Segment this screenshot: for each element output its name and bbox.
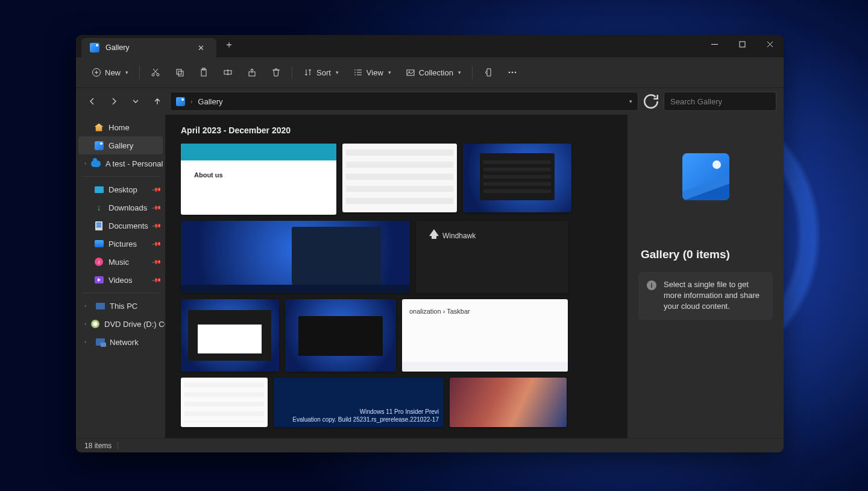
sort-icon [303,68,313,77]
date-range-header: April 2023 - December 2020 [181,125,612,135]
sidebar-item-dvd[interactable]: ›DVD Drive (D:) CCC [76,315,165,333]
divider [139,66,140,79]
delete-button[interactable] [265,62,287,83]
svg-rect-13 [201,69,206,76]
titlebar: Gallery ✕ ＋ [76,35,784,57]
gallery-thumbnail[interactable] [450,378,567,427]
new-label: New [105,68,121,77]
gallery-thumbnail[interactable] [181,221,410,293]
gallery-thumbnail[interactable] [342,144,457,212]
divider [118,442,118,449]
sidebar-item-gallery[interactable]: Gallery [78,136,163,154]
file-explorer-window: Gallery ✕ ＋ New ▾ Sort ▾ View [76,35,784,452]
new-button[interactable]: New ▾ [86,62,134,83]
sidebar-item-onedrive[interactable]: ›A test - Personal [76,154,165,173]
toolbar: New ▾ Sort ▾ View ▾ Collection ▾ [76,57,784,87]
close-tab-icon[interactable]: ✕ [194,42,208,54]
sort-label: Sort [316,68,331,77]
sidebar-label: This PC [110,302,137,311]
forward-button[interactable] [105,92,123,110]
new-tab-button[interactable]: ＋ [220,39,238,51]
refresh-button[interactable] [642,92,660,110]
copy-button[interactable] [169,62,190,83]
svg-rect-11 [177,69,181,74]
maximize-button[interactable] [728,35,756,53]
more-button[interactable] [502,62,523,83]
gallery-thumbnail[interactable] [181,144,336,215]
plus-circle-icon [92,68,101,77]
sidebar-item-this-pc[interactable]: ›This PC [76,297,165,315]
details-pane: Gallery (0 items) i Select a single file… [627,115,784,438]
rename-button[interactable] [217,62,239,83]
download-icon: ↓ [94,203,104,212]
gallery-thumbnail[interactable] [181,378,268,427]
desktop-icon [95,186,104,193]
paste-icon [199,68,209,77]
search-input[interactable] [670,97,772,106]
phone-link-button[interactable] [477,62,499,83]
sidebar-item-desktop[interactable]: Desktop📌 [76,180,165,198]
chevron-down-icon: ▾ [336,69,339,75]
details-title: Gallery (0 items) [627,238,784,268]
gallery-icon [95,141,104,150]
sidebar-item-pictures[interactable]: Pictures📌 [76,235,165,253]
rename-icon [223,68,233,77]
minimize-button[interactable] [700,35,728,53]
svg-rect-12 [178,71,183,76]
svg-point-8 [157,74,159,76]
search-box[interactable] [664,92,776,111]
gallery-thumbnail[interactable] [416,221,568,293]
sidebar-label: Videos [108,276,133,285]
address-bar[interactable]: › Gallery ▾ [170,92,638,111]
pin-icon: 📌 [152,203,162,212]
gallery-thumbnail[interactable] [402,299,568,372]
gallery-thumbnail[interactable] [285,299,396,372]
window-controls [700,35,784,53]
divider [82,293,159,293]
sort-button[interactable]: Sort ▾ [297,62,345,83]
close-button[interactable] [756,35,784,53]
chevron-right-icon: › [84,160,86,166]
chevron-down-icon[interactable]: ▾ [629,98,632,104]
body: Home Gallery ›A test - Personal Desktop📌… [76,115,784,438]
tab-gallery[interactable]: Gallery ✕ [81,38,216,57]
paste-button[interactable] [193,62,215,83]
cut-button[interactable] [145,62,166,83]
view-button[interactable]: View ▾ [347,62,397,83]
address-location: Gallery [198,97,222,106]
sidebar: Home Gallery ›A test - Personal Desktop📌… [76,115,165,438]
chevron-down-icon: ▾ [388,69,391,75]
view-icon [353,68,363,77]
music-icon: ♪ [95,258,103,266]
sidebar-item-documents[interactable]: Documents📌 [76,217,165,235]
chevron-right-icon: › [84,303,90,309]
svg-point-26 [509,72,511,74]
phone-icon [483,68,493,77]
pin-icon: 📌 [152,221,162,230]
sidebar-item-music[interactable]: ♪Music📌 [76,253,165,271]
dvd-icon [91,320,99,328]
gallery-thumbnail[interactable] [181,299,279,372]
pin-icon: 📌 [152,257,162,267]
share-button[interactable] [241,62,263,83]
details-message: Select a single file to get more informa… [664,279,764,312]
share-icon [247,68,257,77]
documents-icon [95,221,102,230]
info-icon: i [647,280,656,290]
eval-text: Evaluation copy. Build 25231.rs_prerelea… [292,416,439,423]
sidebar-label: Gallery [108,141,133,150]
divider [82,176,159,177]
sidebar-item-home[interactable]: Home [76,118,165,136]
gallery-thumbnail[interactable]: Windows 11 Pro Insider PreviEvaluation c… [274,378,444,427]
back-button[interactable] [83,92,101,110]
svg-point-28 [515,72,517,74]
up-button[interactable] [148,92,166,110]
collection-button[interactable]: Collection ▾ [400,62,467,83]
eval-text: Windows 11 Pro Insider Previ [360,408,439,416]
gallery-thumbnail[interactable] [463,144,571,212]
sidebar-item-network[interactable]: ›Network [76,333,165,351]
recent-button[interactable] [127,92,145,110]
sidebar-item-downloads[interactable]: ↓Downloads📌 [76,198,165,217]
pin-icon: 📌 [152,185,162,194]
sidebar-item-videos[interactable]: Videos📌 [76,271,165,289]
